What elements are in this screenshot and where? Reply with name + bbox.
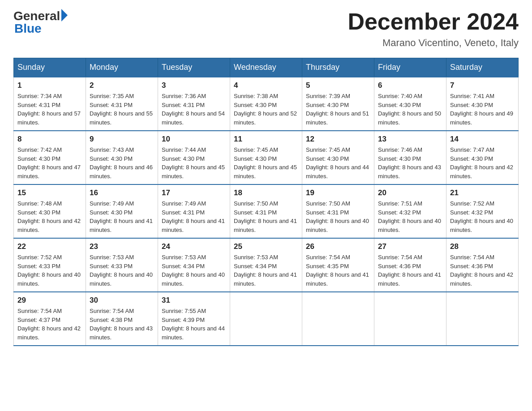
day-number: 24 [162,242,226,251]
table-row: 16 Sunrise: 7:49 AM Sunset: 4:30 PM Dayl… [86,184,158,238]
calendar-week-row: 1 Sunrise: 7:34 AM Sunset: 4:31 PM Dayli… [14,77,519,131]
table-row: 22 Sunrise: 7:52 AM Sunset: 4:33 PM Dayl… [14,238,86,292]
location-subtitle: Marano Vicentino, Veneto, Italy [348,37,519,49]
day-number: 17 [162,188,226,197]
day-number: 13 [378,135,442,144]
table-row: 1 Sunrise: 7:34 AM Sunset: 4:31 PM Dayli… [14,77,86,131]
day-number: 3 [162,81,226,90]
col-friday: Friday [374,58,446,77]
day-number: 7 [450,81,515,90]
day-number: 20 [378,188,442,197]
table-row: 15 Sunrise: 7:48 AM Sunset: 4:30 PM Dayl… [14,184,86,238]
calendar-week-row: 22 Sunrise: 7:52 AM Sunset: 4:33 PM Dayl… [14,238,519,292]
table-row: 4 Sunrise: 7:38 AM Sunset: 4:30 PM Dayli… [230,77,302,131]
logo: General Blue [13,9,68,36]
day-number: 18 [234,188,298,197]
day-info: Sunrise: 7:51 AM Sunset: 4:32 PM Dayligh… [378,199,442,234]
table-row [446,292,519,346]
day-info: Sunrise: 7:41 AM Sunset: 4:30 PM Dayligh… [450,92,515,127]
day-number: 19 [306,188,370,197]
day-info: Sunrise: 7:42 AM Sunset: 4:30 PM Dayligh… [17,146,82,180]
day-number: 5 [306,81,370,90]
day-info: Sunrise: 7:54 AM Sunset: 4:35 PM Dayligh… [306,253,370,288]
day-number: 12 [306,135,370,144]
col-monday: Monday [86,58,158,77]
day-number: 8 [17,135,82,144]
day-number: 4 [234,81,298,90]
day-info: Sunrise: 7:55 AM Sunset: 4:39 PM Dayligh… [162,307,226,342]
day-info: Sunrise: 7:52 AM Sunset: 4:32 PM Dayligh… [450,199,515,234]
table-row: 19 Sunrise: 7:50 AM Sunset: 4:31 PM Dayl… [302,184,374,238]
table-row: 29 Sunrise: 7:54 AM Sunset: 4:37 PM Dayl… [14,292,86,346]
day-number: 16 [90,188,154,197]
table-row: 9 Sunrise: 7:43 AM Sunset: 4:30 PM Dayli… [86,131,158,184]
table-row: 3 Sunrise: 7:36 AM Sunset: 4:31 PM Dayli… [158,77,230,131]
day-info: Sunrise: 7:43 AM Sunset: 4:30 PM Dayligh… [90,146,154,180]
table-row [374,292,446,346]
col-thursday: Thursday [302,58,374,77]
day-info: Sunrise: 7:45 AM Sunset: 4:30 PM Dayligh… [306,146,370,180]
day-number: 22 [17,242,82,251]
day-info: Sunrise: 7:48 AM Sunset: 4:30 PM Dayligh… [17,199,82,234]
table-row: 7 Sunrise: 7:41 AM Sunset: 4:30 PM Dayli… [446,77,519,131]
day-number: 23 [90,242,154,251]
logo-blue-text: Blue [14,21,42,36]
day-number: 2 [90,81,154,90]
day-number: 30 [90,296,154,305]
calendar-table: Sunday Monday Tuesday Wednesday Thursday… [13,58,519,346]
day-info: Sunrise: 7:47 AM Sunset: 4:30 PM Dayligh… [450,146,515,180]
table-row: 13 Sunrise: 7:46 AM Sunset: 4:30 PM Dayl… [374,131,446,184]
day-info: Sunrise: 7:46 AM Sunset: 4:30 PM Dayligh… [378,146,442,180]
day-info: Sunrise: 7:38 AM Sunset: 4:30 PM Dayligh… [234,92,298,127]
day-info: Sunrise: 7:34 AM Sunset: 4:31 PM Dayligh… [17,92,82,127]
day-info: Sunrise: 7:49 AM Sunset: 4:30 PM Dayligh… [90,199,154,234]
table-row: 23 Sunrise: 7:53 AM Sunset: 4:33 PM Dayl… [86,238,158,292]
day-number: 1 [17,81,82,90]
day-info: Sunrise: 7:53 AM Sunset: 4:33 PM Dayligh… [90,253,154,288]
col-tuesday: Tuesday [158,58,230,77]
table-row: 30 Sunrise: 7:54 AM Sunset: 4:38 PM Dayl… [86,292,158,346]
day-info: Sunrise: 7:49 AM Sunset: 4:31 PM Dayligh… [162,199,226,234]
table-row: 2 Sunrise: 7:35 AM Sunset: 4:31 PM Dayli… [86,77,158,131]
day-info: Sunrise: 7:54 AM Sunset: 4:38 PM Dayligh… [90,307,154,342]
table-row [302,292,374,346]
month-title: December 2024 [348,9,519,34]
day-number: 6 [378,81,442,90]
day-info: Sunrise: 7:40 AM Sunset: 4:30 PM Dayligh… [378,92,442,127]
table-row [230,292,302,346]
day-number: 15 [17,188,82,197]
page-header: General Blue December 2024 Marano Vicent… [13,9,519,49]
table-row: 12 Sunrise: 7:45 AM Sunset: 4:30 PM Dayl… [302,131,374,184]
table-row: 6 Sunrise: 7:40 AM Sunset: 4:30 PM Dayli… [374,77,446,131]
col-sunday: Sunday [14,58,86,77]
table-row: 25 Sunrise: 7:53 AM Sunset: 4:34 PM Dayl… [230,238,302,292]
calendar-week-row: 8 Sunrise: 7:42 AM Sunset: 4:30 PM Dayli… [14,131,519,184]
day-info: Sunrise: 7:39 AM Sunset: 4:30 PM Dayligh… [306,92,370,127]
day-info: Sunrise: 7:50 AM Sunset: 4:31 PM Dayligh… [306,199,370,234]
day-number: 28 [450,242,515,251]
day-info: Sunrise: 7:54 AM Sunset: 4:37 PM Dayligh… [17,307,82,342]
day-info: Sunrise: 7:54 AM Sunset: 4:36 PM Dayligh… [378,253,442,288]
table-row: 28 Sunrise: 7:54 AM Sunset: 4:36 PM Dayl… [446,238,519,292]
calendar-week-row: 15 Sunrise: 7:48 AM Sunset: 4:30 PM Dayl… [14,184,519,238]
day-info: Sunrise: 7:52 AM Sunset: 4:33 PM Dayligh… [17,253,82,288]
day-number: 25 [234,242,298,251]
day-number: 11 [234,135,298,144]
day-number: 21 [450,188,515,197]
day-info: Sunrise: 7:53 AM Sunset: 4:34 PM Dayligh… [234,253,298,288]
logo-triangle-icon [61,9,68,21]
day-info: Sunrise: 7:44 AM Sunset: 4:30 PM Dayligh… [162,146,226,180]
day-number: 9 [90,135,154,144]
table-row: 17 Sunrise: 7:49 AM Sunset: 4:31 PM Dayl… [158,184,230,238]
day-number: 14 [450,135,515,144]
day-info: Sunrise: 7:53 AM Sunset: 4:34 PM Dayligh… [162,253,226,288]
day-number: 29 [17,296,82,305]
day-info: Sunrise: 7:45 AM Sunset: 4:30 PM Dayligh… [234,146,298,180]
day-number: 27 [378,242,442,251]
day-number: 10 [162,135,226,144]
day-number: 26 [306,242,370,251]
day-info: Sunrise: 7:35 AM Sunset: 4:31 PM Dayligh… [90,92,154,127]
table-row: 20 Sunrise: 7:51 AM Sunset: 4:32 PM Dayl… [374,184,446,238]
col-wednesday: Wednesday [230,58,302,77]
table-row: 8 Sunrise: 7:42 AM Sunset: 4:30 PM Dayli… [14,131,86,184]
